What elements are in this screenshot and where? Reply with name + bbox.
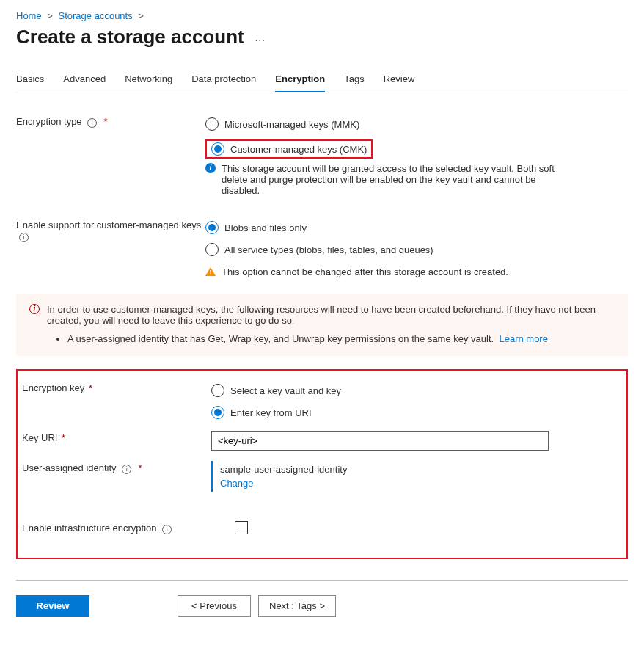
required-marker: * — [62, 432, 65, 443]
radio-enter-key-uri[interactable] — [211, 406, 224, 419]
radio-enter-key-uri-label[interactable]: Enter key from URI — [230, 407, 312, 418]
info-icon: i — [29, 304, 40, 314]
tab-networking[interactable]: Networking — [125, 69, 172, 92]
encryption-key-label: Encryption key — [22, 382, 84, 393]
infra-encryption-checkbox[interactable] — [235, 521, 248, 534]
learn-more-link[interactable]: Learn more — [499, 333, 547, 344]
page-title: Create a storage account — [16, 26, 244, 48]
identity-value: sample-user-assigned-identity — [220, 464, 622, 475]
breadcrumb-home[interactable]: Home — [16, 10, 42, 21]
required-marker: * — [103, 116, 107, 127]
user-assigned-identity-label: User-assigned identity — [22, 462, 117, 473]
encryption-type-info: This storage account will be granted acc… — [222, 163, 559, 196]
breadcrumb: Home > Storage accounts > — [16, 0, 628, 26]
cmk-support-warning: This option cannot be changed after this… — [222, 266, 508, 277]
divider — [16, 580, 628, 581]
radio-mmk-label[interactable]: Microsoft-managed keys (MMK) — [224, 119, 359, 130]
chevron-right-icon: > — [47, 10, 53, 21]
required-marker: * — [138, 462, 142, 473]
previous-button[interactable]: < Previous — [178, 595, 251, 617]
tab-bar: Basics Advanced Networking Data protecti… — [16, 69, 628, 92]
radio-select-key-vault[interactable] — [211, 384, 224, 397]
notice-lead: In order to use customer-managed keys, t… — [47, 304, 596, 326]
radio-all-service-types-label[interactable]: All service types (blobs, files, tables,… — [224, 244, 433, 255]
infra-encryption-label: Enable infrastructure encryption — [22, 523, 157, 534]
breadcrumb-storage-accounts[interactable]: Storage accounts — [59, 10, 133, 21]
change-identity-link[interactable]: Change — [220, 478, 254, 489]
info-icon[interactable]: i — [19, 233, 29, 242]
key-uri-input[interactable] — [211, 431, 549, 451]
info-icon[interactable]: i — [87, 118, 97, 128]
required-marker: * — [89, 382, 92, 393]
info-icon[interactable]: i — [122, 465, 131, 474]
notice-bullet: A user-assigned identity that has Get, W… — [67, 333, 494, 344]
radio-mmk[interactable] — [205, 117, 219, 131]
tab-advanced[interactable]: Advanced — [63, 69, 106, 92]
tab-encryption[interactable]: Encryption — [275, 69, 325, 92]
radio-all-service-types[interactable] — [205, 243, 219, 256]
key-uri-label: Key URI — [22, 432, 57, 443]
tab-review[interactable]: Review — [384, 69, 415, 92]
more-actions-button[interactable]: … — [255, 34, 267, 41]
radio-cmk[interactable] — [211, 142, 224, 156]
prerequisite-notice: i In order to use customer-managed keys,… — [16, 294, 628, 356]
info-icon[interactable]: i — [162, 525, 172, 534]
encryption-type-label: Encryption type — [16, 116, 82, 127]
chevron-right-icon: > — [138, 10, 144, 21]
warning-icon — [205, 267, 216, 276]
review-button[interactable]: Review — [16, 595, 89, 617]
tab-tags[interactable]: Tags — [344, 69, 364, 92]
tab-data-protection[interactable]: Data protection — [191, 69, 256, 92]
radio-select-key-vault-label[interactable]: Select a key vault and key — [230, 385, 341, 396]
next-button[interactable]: Next : Tags > — [258, 595, 336, 617]
tab-basics[interactable]: Basics — [16, 69, 44, 92]
radio-blobs-files[interactable] — [205, 221, 219, 234]
radio-cmk-label[interactable]: Customer-managed keys (CMK) — [230, 144, 367, 155]
radio-blobs-files-label[interactable]: Blobs and files only — [224, 222, 307, 233]
cmk-support-label: Enable support for customer-managed keys — [16, 219, 201, 230]
info-icon: i — [205, 163, 216, 173]
